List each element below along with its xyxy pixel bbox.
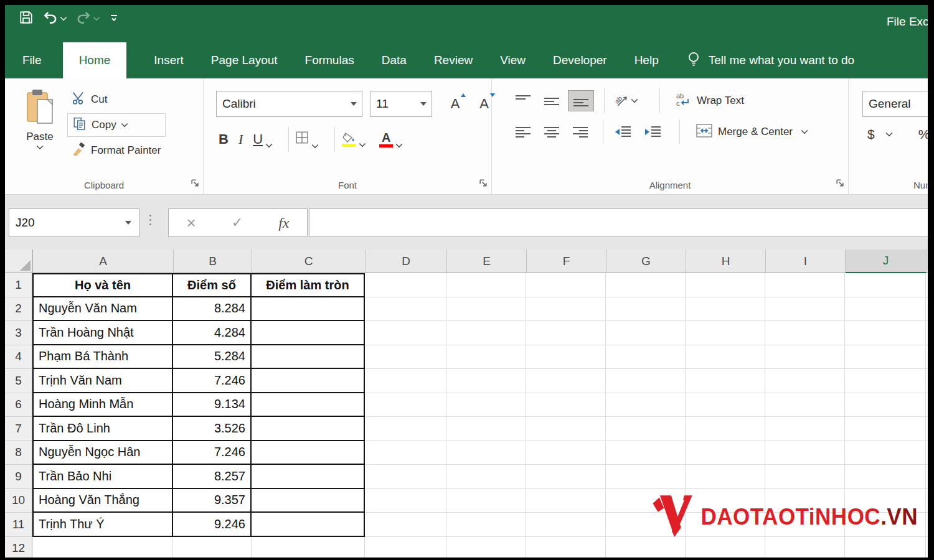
cell-D7[interactable]: [365, 417, 446, 441]
font-color-dropdown-icon[interactable]: [396, 141, 403, 148]
cell-E11[interactable]: [446, 513, 526, 537]
cell-E10[interactable]: [446, 489, 526, 513]
cell-C10[interactable]: [252, 489, 365, 513]
cell-J2[interactable]: [845, 297, 926, 322]
cell-H9[interactable]: [686, 465, 765, 489]
cell-F1[interactable]: [526, 273, 606, 297]
cell-F3[interactable]: [526, 321, 606, 345]
cell-C12[interactable]: [252, 537, 365, 558]
cell-E7[interactable]: [446, 417, 526, 441]
cell-B9[interactable]: 8.257: [173, 465, 252, 489]
cancel-icon[interactable]: ×: [187, 213, 196, 233]
cell-H5[interactable]: [686, 369, 765, 393]
row-header-2[interactable]: 2: [5, 297, 32, 322]
cell-E6[interactable]: [446, 393, 526, 418]
cell-F6[interactable]: [526, 393, 606, 418]
tab-view[interactable]: View: [500, 42, 526, 78]
row-header-9[interactable]: 9: [5, 465, 32, 489]
cell-G7[interactable]: [606, 417, 686, 441]
cell-G3[interactable]: [606, 321, 686, 345]
name-box-dropdown-icon[interactable]: [125, 221, 131, 225]
cell-D3[interactable]: [365, 321, 446, 345]
cell-F10[interactable]: [526, 489, 606, 513]
cell-B6[interactable]: 9.134: [173, 393, 252, 418]
tab-insert[interactable]: Insert: [154, 42, 184, 78]
cell-E1[interactable]: [446, 273, 526, 297]
cell-I4[interactable]: [765, 345, 845, 370]
cell-A11[interactable]: Trịnh Thư Ý: [32, 513, 173, 537]
cut-button[interactable]: Cut: [67, 88, 166, 111]
cell-C3[interactable]: [252, 321, 365, 345]
tab-page-layout[interactable]: Page Layout: [211, 42, 278, 78]
cell-D10[interactable]: [365, 489, 446, 513]
cell-A2[interactable]: Nguyễn Văn Nam: [32, 297, 173, 322]
cell-I6[interactable]: [765, 393, 845, 418]
cell-H2[interactable]: [686, 297, 765, 322]
row-header-4[interactable]: 4: [5, 345, 32, 370]
cell-E2[interactable]: [446, 297, 526, 322]
cell-A3[interactable]: Trần Hoàng Nhật: [32, 321, 173, 345]
shrink-font-button[interactable]: A: [477, 96, 491, 112]
cell-A7[interactable]: Trần Đô Linh: [32, 417, 173, 441]
row-header-3[interactable]: 3: [5, 321, 32, 345]
cell-C2[interactable]: [252, 297, 365, 322]
column-header-G[interactable]: G: [606, 250, 686, 273]
cell-D6[interactable]: [365, 393, 446, 418]
cell-J9[interactable]: [845, 465, 926, 489]
cell-G9[interactable]: [606, 465, 686, 489]
tab-data[interactable]: Data: [382, 42, 407, 78]
formula-bar-input[interactable]: [309, 208, 928, 237]
clipboard-dialog-launcher-icon[interactable]: [191, 179, 199, 190]
cell-I5[interactable]: [765, 369, 845, 393]
align-bottom-button[interactable]: [568, 90, 594, 111]
cell-J7[interactable]: [845, 417, 926, 441]
cell-E5[interactable]: [446, 369, 526, 393]
undo-dropdown-icon[interactable]: [60, 14, 67, 21]
column-header-D[interactable]: D: [366, 250, 447, 273]
cell-B12[interactable]: [173, 537, 252, 558]
increase-indent-button[interactable]: [639, 122, 666, 142]
cell-H6[interactable]: [686, 393, 765, 418]
cell-E3[interactable]: [446, 321, 526, 345]
cell-C5[interactable]: [252, 369, 365, 393]
font-color-button[interactable]: A: [379, 131, 402, 147]
cell-G4[interactable]: [606, 345, 686, 370]
cell-G5[interactable]: [606, 369, 686, 393]
cell-H3[interactable]: [686, 321, 765, 345]
tab-file[interactable]: File: [22, 42, 42, 78]
row-header-12[interactable]: 12: [5, 537, 32, 558]
row-header-7[interactable]: 7: [5, 417, 32, 441]
cell-F7[interactable]: [526, 417, 606, 441]
alignment-dialog-launcher-icon[interactable]: [836, 179, 844, 190]
cell-A5[interactable]: Trịnh Văn Nam: [32, 369, 173, 393]
cell-I9[interactable]: [765, 465, 845, 489]
insert-function-icon[interactable]: fx: [278, 215, 289, 231]
save-icon[interactable]: [19, 10, 34, 27]
grow-font-button[interactable]: A: [448, 96, 463, 112]
tab-tell-me[interactable]: Tell me what you want to do: [686, 42, 854, 78]
underline-button[interactable]: U: [253, 131, 272, 147]
customize-quick-access-icon[interactable]: [108, 11, 120, 26]
fill-color-dropdown-icon[interactable]: [359, 141, 366, 147]
cell-C7[interactable]: [252, 417, 365, 441]
row-header-11[interactable]: 11: [5, 513, 32, 537]
font-name-combo[interactable]: Calibri: [216, 91, 362, 117]
currency-dropdown-icon[interactable]: [885, 130, 892, 137]
fill-color-button[interactable]: [341, 132, 366, 147]
cell-F8[interactable]: [526, 441, 606, 465]
column-header-F[interactable]: F: [527, 250, 606, 273]
select-all-corner[interactable]: [5, 250, 33, 273]
cell-J6[interactable]: [845, 393, 926, 418]
merge-center-button[interactable]: Merge & Center: [691, 120, 812, 144]
cell-I2[interactable]: [765, 297, 845, 322]
cell-E8[interactable]: [446, 441, 526, 465]
cell-H1[interactable]: [686, 273, 765, 297]
cell-A8[interactable]: Nguyễn Ngọc Hân: [32, 441, 173, 465]
paste-button[interactable]: Paste: [15, 88, 65, 162]
align-top-button[interactable]: [511, 91, 535, 111]
cell-E4[interactable]: [446, 345, 526, 370]
bold-button[interactable]: B: [219, 131, 229, 147]
italic-button[interactable]: I: [238, 131, 243, 147]
cell-B8[interactable]: 7.246: [173, 441, 252, 465]
tab-developer[interactable]: Developer: [553, 42, 607, 78]
